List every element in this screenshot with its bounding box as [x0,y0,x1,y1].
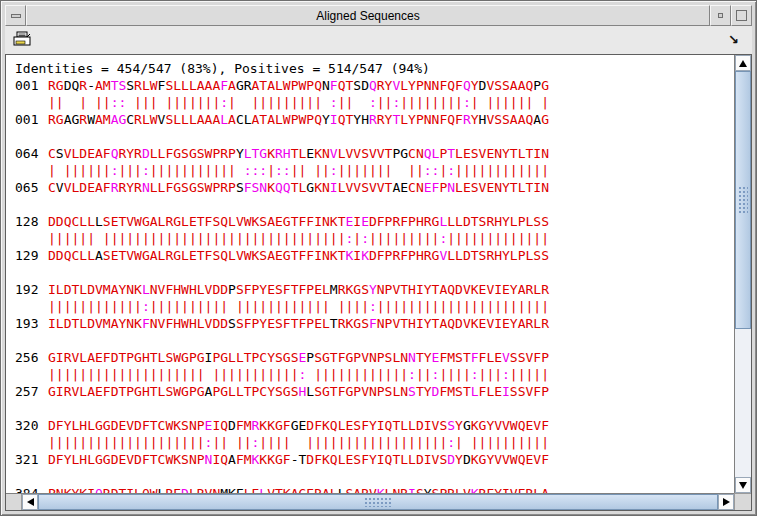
printer-icon [12,31,32,49]
alignment-block: 320DFYLHLGGDEVDFTCWKSNPEIQDFMRKKGFGEDFKQ… [15,417,734,468]
sequence-row-subject: 193ILDTLDVMAYNKFNVFHWHLVDDSSFPYESFTFPELT… [15,315,734,332]
sequence-row-subject: 257GIRVLAEFDTPGHTLSWGPGAPGLLTPCYSGSHLSGT… [15,383,734,400]
vertical-scrollbar-thumb[interactable] [735,71,751,329]
restore-button[interactable] [710,5,731,26]
scrollbar-grip-icon [364,497,392,507]
scrollbar-corner-left [6,494,22,510]
alignment-scrollpane: Identities = 454/547 (83%), Positives = … [5,54,752,511]
scroll-left-icon [27,498,34,506]
alignment-block: 384PNKYKIQRDTILQWLREDLRVNMKELELVTKAGERAL… [15,485,734,493]
window-title: Aligned Sequences [26,5,710,26]
sequence-row-query: 001RGDQR-AMTSSRLWFSLLLAAAFAGRATALWPWPQNF… [15,77,734,94]
maximize-button[interactable] [731,5,752,26]
sequence-row-subject: 129DDQCLLASETVWGALRGLETFSQLVWKSAEGTFFINK… [15,247,734,264]
alignment-body: 001RGDQR-AMTSSRLWFSLLLAAAFAGRATALWPWPQNF… [15,77,734,493]
scroll-right-button[interactable] [718,494,734,510]
print-button[interactable] [10,29,34,53]
alignment-block: 064CSVLDEAFQRYRDLLFGSGSWPRPYLTGKRHTLEKNV… [15,145,734,196]
scroll-down-button[interactable] [735,477,751,493]
title-bar[interactable]: Aligned Sequences [5,5,752,26]
toolbar: ↘ [5,26,752,55]
horizontal-scrollbar-thumb[interactable] [38,494,718,510]
match-row: | ||||||:|||:||||||||||| :::|::|| ||:|||… [15,162,734,179]
alignment-viewport: Identities = 454/547 (83%), Positives = … [6,55,734,493]
scroll-left-button[interactable] [22,494,38,510]
sequence-row-subject: 321DFYLHLGGDEVDFTCWKSNPNIQAFMKKKGF-TDFKQ… [15,451,734,468]
scrollbar-grip-icon [738,186,748,214]
match-row: ||||||||||||||||||||:|| ||:|||| ||||||||… [15,434,734,451]
scroll-right-icon [723,498,730,506]
sequence-row-query: 320DFYLHLGGDEVDFTCWKSNPEIQDFMRKKGFGEDFKQ… [15,417,734,434]
match-row: ||||||||||||:|||||||||| |||||||||||| |||… [15,298,734,315]
minimize-icon [11,14,21,18]
match-row: || | ||:: ||| |||||||:| ||||||||| :|| :|… [15,94,734,111]
toolbar-drag-icon: ↘ [728,32,739,47]
scroll-down-icon [739,482,747,489]
alignment-block: 001RGDQR-AMTSSRLWFSLLLAAAFAGRATALWPWPQNF… [15,77,734,128]
minimize-button[interactable] [5,5,26,26]
alignment-block: 192ILDTLDVMAYNKLNVFHWHLVDDPSFPYESFTFPELM… [15,281,734,332]
alignment-summary: Identities = 454/547 (83%), Positives = … [15,60,734,77]
scrollbar-corner [734,493,751,510]
sequence-row-subject: 065CVVLDEAFRRYRNLLFGSGSWPRPSFSNKQQTLGKNI… [15,179,734,196]
sequence-row-subject: 001RGAGRWAMAGCRLWVSLLLAAALACLATALWPWPQYI… [15,111,734,128]
vertical-scrollbar[interactable] [734,55,751,493]
scroll-up-button[interactable] [735,55,751,71]
window: Aligned Sequences ↘ Identities = 454/547… [0,0,757,516]
restore-icon [718,13,723,18]
maximize-icon [736,10,747,21]
alignment-block: 256GIRVLAEFDTPGHTLSWGPGIPGLLTPCYSGSEPSGT… [15,349,734,400]
sequence-row-query: 256GIRVLAEFDTPGHTLSWGPGIPGLLTPCYSGSEPSGT… [15,349,734,366]
sequence-row-query: 192ILDTLDVMAYNKLNVFHWHLVDDPSFPYESFTFPELM… [15,281,734,298]
match-row: |||||| |||||||||||||||||||||||||||||||:|… [15,230,734,247]
alignment-block: 128DDQCLLLSETVWGALRGLETFSQLVWKSAEGTFFINK… [15,213,734,264]
scroll-up-icon [739,60,747,67]
match-row: |||||||||||||||||||| |||||||||||: ||||||… [15,366,734,383]
sequence-row-query: 064CSVLDEAFQRYRDLLFGSGSWPRPYLTGKRHTLEKNV… [15,145,734,162]
sequence-row-query: 384PNKYKIQRDTILQWLREDLRVNMKELELVTKAGERAL… [15,485,734,493]
horizontal-scrollbar[interactable] [6,493,734,510]
sequence-row-query: 128DDQCLLLSETVWGALRGLETFSQLVWKSAEGTFFINK… [15,213,734,230]
